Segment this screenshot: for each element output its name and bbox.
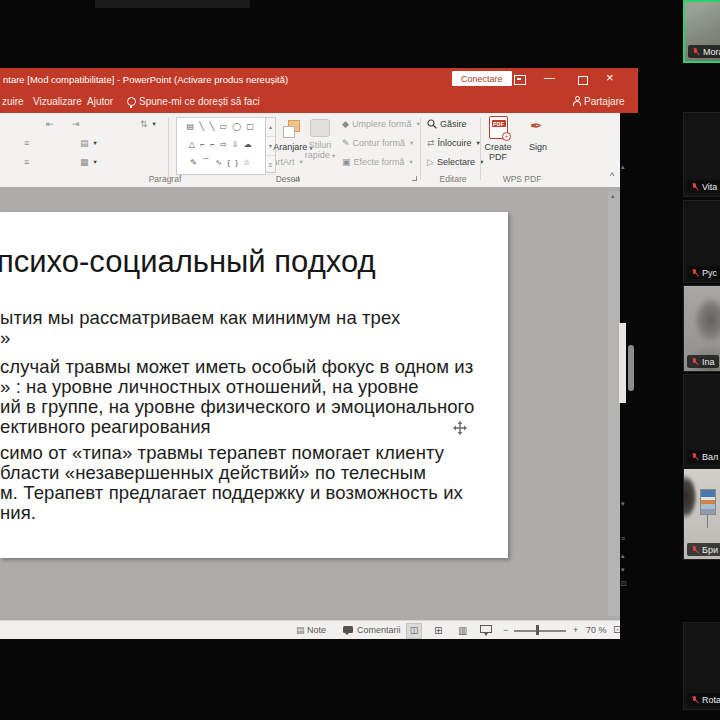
align-text-button[interactable]: ▤ bbox=[80, 138, 97, 148]
connect-button[interactable]: Conectare bbox=[452, 71, 512, 86]
inlocuire-button[interactable]: ⇄Înlocuire bbox=[427, 138, 480, 148]
tell-me-bulb-icon bbox=[127, 97, 136, 106]
columns-button[interactable]: ▦ bbox=[80, 157, 97, 167]
replace-icon: ⇄ bbox=[427, 138, 435, 148]
filmstrip-scrollbar-thumb[interactable] bbox=[628, 345, 634, 391]
slide-body-line: » bbox=[0, 327, 10, 349]
indent-left-icon: ⇤ bbox=[46, 119, 54, 129]
zoom-slider-thumb[interactable] bbox=[536, 625, 539, 635]
maximize-button[interactable] bbox=[578, 76, 588, 85]
align-box-icon: ▤ bbox=[80, 138, 89, 148]
numbering-button[interactable]: ≡ bbox=[24, 157, 29, 167]
paragraf-group-label: Paragraf bbox=[130, 174, 200, 184]
bullets-icon: ≡ bbox=[24, 138, 29, 148]
bullets-button[interactable]: ≡ bbox=[24, 138, 29, 148]
collapse-ribbon-chevron[interactable]: ^ bbox=[610, 171, 614, 181]
tell-me-box[interactable]: Spune-mi ce dorești să faci bbox=[139, 96, 260, 107]
participant-tile-active[interactable]: Moraru bbox=[683, 0, 720, 63]
scroll-box-fragment: ⊡ bbox=[621, 580, 627, 588]
participant-name: Rota bbox=[702, 695, 720, 705]
shapes-row-2[interactable]: △ ⌐ ⌐ ⇨ ⇩ ☁ bbox=[177, 136, 265, 154]
editare-group-label: Editare bbox=[428, 174, 478, 184]
group-divider bbox=[168, 118, 169, 180]
muted-mic-icon bbox=[690, 268, 699, 278]
inlocuire-label: Înlocuire bbox=[438, 138, 472, 148]
participant-tile[interactable]: Бри bbox=[683, 468, 720, 560]
sign-pen-icon: ✒ bbox=[530, 117, 543, 135]
line-spacing-button[interactable]: ⇅ bbox=[140, 119, 156, 129]
create-pdf-button[interactable]: Create PDF bbox=[482, 142, 514, 162]
move-cursor bbox=[453, 421, 467, 435]
close-button[interactable]: × bbox=[606, 72, 614, 84]
next-slide-fragment[interactable]: ▾ bbox=[621, 566, 625, 574]
selectare-button[interactable]: ▷Selectare bbox=[427, 157, 483, 167]
normal-view-button[interactable]: ◫ bbox=[406, 623, 422, 639]
previous-slide-fragment[interactable]: ▴ bbox=[621, 552, 625, 560]
umplere-forma-button[interactable]: ◆Umplere formă bbox=[342, 119, 420, 129]
slide-body-line: симо от «типа» травмы терапевт помогает … bbox=[0, 442, 444, 464]
sign-button[interactable]: Sign bbox=[524, 142, 552, 152]
shapes-row-3[interactable]: ✎ ⌒ ∿ { } ☆ bbox=[177, 154, 265, 172]
gallery-more-icon[interactable]: ≡ bbox=[266, 156, 275, 175]
list-icon: ≡ bbox=[24, 157, 29, 167]
zoom-level[interactable]: 70 % bbox=[586, 625, 607, 635]
contur-label: Contur formă bbox=[353, 138, 406, 148]
zoom-in-button[interactable]: + bbox=[573, 625, 578, 635]
umplere-label: Umplere formă bbox=[352, 119, 412, 129]
status-bar: ▤ Note Comentarii ◫ ⊞ ▥ − + 70 % ⊡ bbox=[0, 620, 620, 639]
gallery-up-icon[interactable]: ▴ bbox=[266, 118, 275, 137]
participant-tile[interactable]: Рус bbox=[683, 200, 720, 283]
shapes-gallery[interactable]: ▤ ╲ ╲ ▭ ◯ ▢ △ ⌐ ⌐ ⇨ ⇩ ☁ ✎ ⌒ ∿ { } ☆ bbox=[176, 117, 266, 175]
window-fragment bbox=[95, 0, 250, 8]
participant-tile[interactable]: Вал bbox=[683, 374, 720, 467]
slide-body-line: ния. bbox=[0, 502, 36, 524]
zoom-out-button[interactable]: − bbox=[503, 625, 508, 635]
contur-forma-button[interactable]: ✎Contur formă bbox=[342, 138, 413, 148]
tab-revizuire[interactable]: zuire bbox=[2, 96, 24, 107]
slide-sorter-view-button[interactable]: ⊞ bbox=[434, 625, 442, 636]
wps-pdf-group-label: WPS PDF bbox=[494, 174, 550, 184]
comments-icon bbox=[343, 626, 353, 633]
increase-indent-button[interactable]: ⇥ bbox=[72, 119, 80, 129]
slideshow-view-button[interactable] bbox=[480, 625, 491, 635]
participant-tile[interactable]: Ina bbox=[683, 285, 720, 372]
vertical-scrollbar-track[interactable] bbox=[608, 191, 620, 616]
participant-label: Рус bbox=[687, 266, 720, 279]
shapes-row-1[interactable]: ▤ ╲ ╲ ▭ ◯ ▢ bbox=[177, 118, 265, 136]
muted-mic-icon bbox=[690, 452, 699, 462]
slide-workspace: ▴ психо-социальный подход ытия мы рассма… bbox=[0, 187, 620, 620]
minimize-button[interactable]: — bbox=[544, 71, 555, 83]
stiluri-rapide-button[interactable]: Stiluri rapide bbox=[298, 140, 342, 161]
title-bar: ntare [Mod compatibilitate] - PowerPoint… bbox=[0, 68, 638, 91]
ppt-scrollbar-fragment bbox=[619, 323, 626, 403]
tab-ajutor[interactable]: Ajutor bbox=[87, 96, 113, 107]
comments-button[interactable]: Comentarii bbox=[357, 625, 401, 635]
participant-label: Вал bbox=[687, 450, 720, 463]
slide-canvas[interactable]: психо-социальный подход ытия мы рассматр… bbox=[0, 212, 508, 558]
efecte-forma-button[interactable]: ▣Efecte formă bbox=[342, 157, 413, 167]
participant-name: Vita bbox=[702, 182, 717, 192]
share-button[interactable]: Partajare bbox=[584, 96, 625, 107]
scroll-splitter-fragment: ≡ bbox=[621, 535, 625, 542]
decrease-indent-button[interactable]: ⇤ bbox=[46, 119, 54, 129]
desen-dialog-launcher[interactable] bbox=[412, 176, 417, 181]
arrange-icon bbox=[281, 119, 301, 139]
scroll-arrow-fragment: ▴ bbox=[621, 163, 625, 171]
participant-label: Ina bbox=[687, 355, 719, 368]
ribbon-display-options-icon[interactable] bbox=[514, 75, 526, 85]
gasire-button[interactable]: Găsire bbox=[427, 119, 467, 129]
reading-view-button[interactable]: ▥ bbox=[458, 625, 467, 636]
efecte-label: Efecte formă bbox=[354, 157, 405, 167]
slide-body-line: ий в группе, на уровне физического и эмо… bbox=[0, 396, 474, 418]
indent-right-icon: ⇥ bbox=[72, 119, 80, 129]
quick-styles-icon bbox=[310, 119, 330, 137]
columns-icon: ▦ bbox=[80, 157, 89, 167]
tab-vizualizare[interactable]: Vizualizare bbox=[33, 96, 82, 107]
participant-tile[interactable]: Rota bbox=[683, 622, 720, 710]
zoom-slider-track[interactable] bbox=[514, 630, 566, 632]
notes-button[interactable]: Note bbox=[307, 625, 326, 635]
shape-outline-icon: ✎ bbox=[342, 138, 350, 148]
participant-tile[interactable]: Vita bbox=[683, 112, 720, 197]
scroll-up-arrow[interactable]: ▴ bbox=[611, 192, 615, 200]
scroll-down-fragment: ▾ bbox=[621, 500, 625, 508]
